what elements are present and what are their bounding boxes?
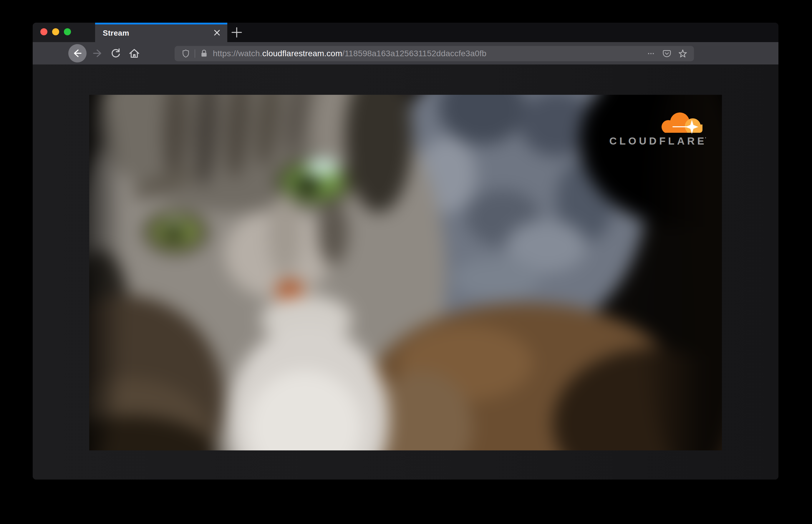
home-icon[interactable]: [127, 46, 141, 60]
art-right-eye-pupil: [296, 176, 320, 195]
video-frame: [89, 95, 722, 451]
back-icon[interactable]: [68, 44, 86, 62]
url-domain: cloudflarestream.com: [262, 49, 342, 58]
url-path: /118598a163a125631152ddaccfe3a0fb: [342, 49, 486, 58]
cloudflare-cloud-icon: [657, 110, 704, 135]
new-tab-icon[interactable]: [230, 26, 243, 38]
art-nose-bridge: [268, 193, 302, 276]
bookmark-star-icon[interactable]: [677, 48, 689, 60]
forward-icon[interactable]: [90, 46, 104, 60]
url-protocol: https://watch.: [213, 49, 262, 58]
page-actions: [645, 48, 689, 60]
art-fabric-highlight: [453, 258, 540, 299]
browser-window: Stream: [33, 23, 778, 479]
art-bridge-shadow: [318, 201, 348, 265]
watermark-brand-text: CLOUDFLARE: [609, 135, 707, 147]
urlbar-divider: [195, 49, 195, 58]
cloudflare-wordmark: CLOUDFLARE': [609, 135, 704, 147]
lock-icon: [198, 48, 210, 60]
close-window-button[interactable]: [40, 28, 47, 35]
art-left-eye-pupil: [163, 224, 185, 241]
video-player[interactable]: CLOUDFLARE': [89, 95, 722, 451]
minimize-window-button[interactable]: [52, 28, 59, 35]
page-actions-ellipsis-icon[interactable]: [645, 48, 657, 60]
window-controls: [40, 28, 71, 35]
zoom-window-button[interactable]: [64, 28, 71, 35]
pocket-icon[interactable]: [661, 48, 673, 60]
page-content: CLOUDFLARE': [33, 64, 778, 479]
reload-icon[interactable]: [109, 46, 123, 60]
tab-stream[interactable]: Stream: [95, 23, 227, 42]
tab-title: Stream: [103, 23, 129, 43]
url-bar[interactable]: https://watch.cloudflarestream.com/11859…: [175, 46, 694, 61]
art-left-eye-highlight: [166, 219, 182, 226]
url-text: https://watch.cloudflarestream.com/11859…: [213, 49, 486, 58]
close-tab-icon[interactable]: [211, 27, 223, 38]
art-right-dark-band: [640, 95, 722, 451]
navigation-toolbar: https://watch.cloudflarestream.com/11859…: [33, 42, 778, 64]
tab-bar: Stream: [33, 23, 778, 42]
watermark-trademark: ': [705, 136, 706, 142]
art-right-eye-highlight: [305, 159, 340, 176]
desktop-background: Stream: [0, 0, 812, 524]
tracking-protection-shield-icon[interactable]: [180, 48, 192, 60]
